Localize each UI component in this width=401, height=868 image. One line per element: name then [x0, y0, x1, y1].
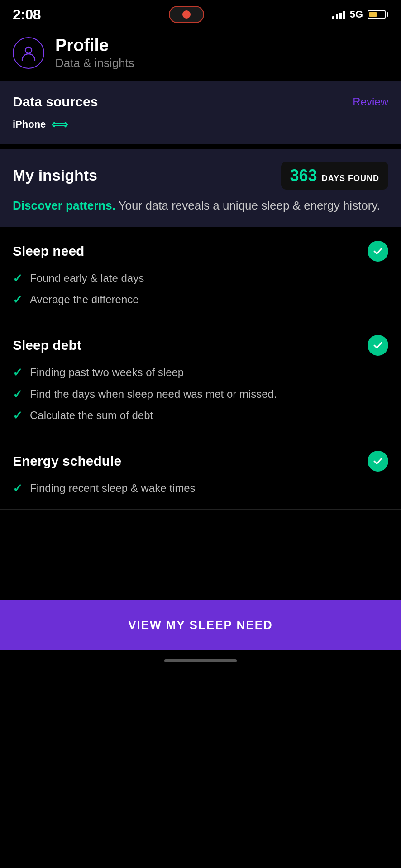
insights-description-rest: Your data reveals a unique sleep & energ…	[115, 199, 380, 212]
review-link[interactable]: Review	[353, 95, 388, 108]
check-row: ✓ Finding recent sleep & wake times	[13, 481, 388, 496]
sleep-debt-header: Sleep debt	[13, 335, 388, 356]
check-text-2: Average the difference	[30, 292, 139, 307]
sync-icon: ⟺	[51, 118, 68, 132]
check-row: ✓ Average the difference	[13, 292, 388, 307]
check-row: ✓ Finding past two weeks of sleep	[13, 365, 388, 380]
energy-schedule-check-icon	[368, 451, 388, 472]
check-text-5: Calculate the sum of debt	[30, 408, 153, 423]
checkmark-icon-6: ✓	[13, 482, 23, 496]
profile-text: Profile Data & insights	[55, 36, 134, 70]
check-row: ✓ Find the days when sleep need was met …	[13, 386, 388, 402]
checkmark-icon-1: ✓	[13, 272, 23, 286]
person-icon	[19, 44, 38, 62]
days-badge: 363 DAYS FOUND	[281, 162, 388, 190]
energy-schedule-item: Energy schedule ✓ Finding recent sleep &…	[0, 437, 401, 510]
profile-subtitle: Data & insights	[55, 56, 134, 70]
sleep-need-header: Sleep need	[13, 241, 388, 262]
checkmark-icon-4: ✓	[13, 387, 23, 401]
sleep-need-item: Sleep need ✓ Found early & late days ✓ A…	[0, 227, 401, 321]
data-sources-header: Data sources Review	[13, 94, 388, 110]
energy-schedule-header: Energy schedule	[13, 451, 388, 472]
energy-schedule-title: Energy schedule	[13, 453, 121, 469]
status-center	[169, 6, 204, 23]
sleep-need-title: Sleep need	[13, 243, 84, 259]
home-indicator	[0, 650, 401, 676]
network-type: 5G	[350, 9, 363, 20]
days-count: 363	[290, 166, 317, 185]
status-time: 2:08	[13, 6, 41, 23]
profile-header: Profile Data & insights	[0, 27, 401, 81]
check-text-1: Found early & late days	[30, 271, 144, 286]
status-bar: 2:08 5G	[0, 0, 401, 27]
sleep-debt-title: Sleep debt	[13, 338, 81, 353]
sleep-debt-checks: ✓ Finding past two weeks of sleep ✓ Find…	[13, 365, 388, 423]
iphone-label: iPhone	[13, 119, 46, 130]
days-label: DAYS FOUND	[322, 174, 379, 183]
view-sleep-need-button[interactable]: VIEW MY SLEEP NEED	[13, 615, 388, 636]
data-sources-section: Data sources Review iPhone ⟺	[0, 81, 401, 144]
sleep-debt-item: Sleep debt ✓ Finding past two weeks of s…	[0, 321, 401, 437]
spacer	[0, 510, 401, 600]
data-sources-title: Data sources	[13, 94, 98, 110]
insights-description: Discover patterns. Your data reveals a u…	[13, 197, 388, 215]
status-right: 5G	[332, 9, 388, 20]
battery-icon	[368, 10, 388, 19]
recording-pill	[169, 6, 204, 23]
insights-title: My insights	[13, 167, 97, 184]
avatar	[13, 37, 44, 69]
check-text-6: Finding recent sleep & wake times	[30, 481, 196, 496]
energy-schedule-checks: ✓ Finding recent sleep & wake times	[13, 481, 388, 496]
checkmark-icon	[372, 339, 384, 351]
home-bar	[164, 659, 237, 662]
check-text-4: Find the days when sleep need was met or…	[30, 386, 277, 402]
check-row: ✓ Found early & late days	[13, 271, 388, 286]
sleep-need-checks: ✓ Found early & late days ✓ Average the …	[13, 271, 388, 307]
check-row: ✓ Calculate the sum of debt	[13, 408, 388, 423]
check-text-3: Finding past two weeks of sleep	[30, 365, 184, 380]
insights-highlight: Discover patterns.	[13, 199, 115, 212]
sleep-debt-check-icon	[368, 335, 388, 356]
checkmark-icon-5: ✓	[13, 409, 23, 423]
checkmark-icon-2: ✓	[13, 293, 23, 307]
cta-container: VIEW MY SLEEP NEED	[0, 600, 401, 650]
signal-bars-icon	[332, 10, 345, 19]
my-insights-section: My insights 363 DAYS FOUND Discover patt…	[0, 149, 401, 227]
recording-dot-icon	[182, 10, 191, 19]
iphone-badge: iPhone ⟺	[13, 118, 388, 132]
sleep-need-check-icon	[368, 241, 388, 262]
checkmark-icon	[372, 455, 384, 467]
insights-header: My insights 363 DAYS FOUND	[13, 162, 388, 190]
svg-point-0	[25, 47, 32, 53]
checkmark-icon-3: ✓	[13, 366, 23, 380]
checkmark-icon	[372, 245, 384, 257]
profile-title: Profile	[55, 36, 134, 55]
